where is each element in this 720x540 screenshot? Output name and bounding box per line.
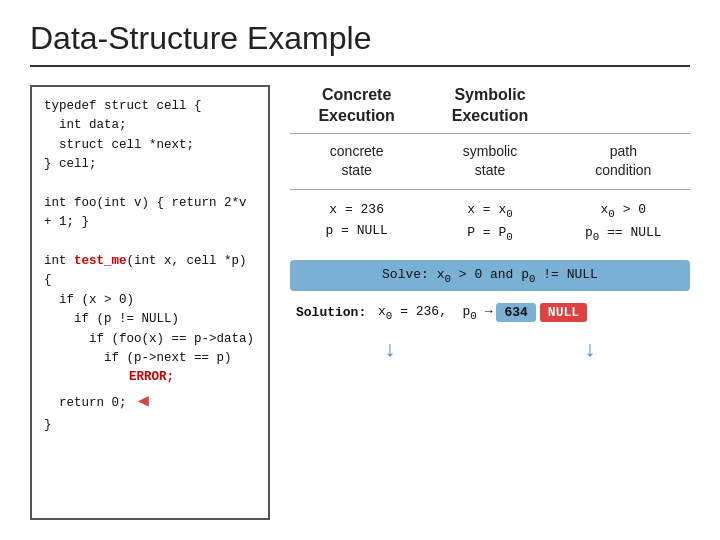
solution-x-expr: x0 = 236, p0 → (370, 304, 492, 322)
code-line-6: int foo(int v) { return 2*v + 1; } (44, 194, 256, 233)
code-line-11: if (foo(x) == p->data) (44, 330, 256, 349)
solution-634-box: 634 (496, 303, 535, 322)
code-line-12: if (p->next == p) (44, 349, 256, 368)
path-condition-label: pathcondition (557, 140, 690, 183)
symbolic-execution-header: Symbolic Execution (423, 85, 556, 127)
concrete-values: x = 236p = NULL (290, 198, 423, 244)
code-line-3: struct cell *next; (44, 136, 256, 155)
path-condition-header (557, 85, 690, 127)
page-title: Data-Structure Example (30, 20, 690, 57)
return-arrow: ◀ (138, 388, 149, 416)
arrows-row: ↓ ↓ (290, 330, 690, 362)
solution-row: Solution: x0 = 236, p0 → 634 NULL (290, 299, 690, 326)
arrow-down-left: ↓ (385, 336, 396, 362)
code-line-8: int test_me(int x, cell *p) { (44, 252, 256, 291)
code-error-line: ERROR; (44, 368, 256, 387)
concrete-state-label: concretestate (290, 140, 423, 183)
path-condition-values: x0 > 0p0 == NULL (557, 198, 690, 248)
page: Data-Structure Example typedef struct ce… (0, 0, 720, 540)
highlight-testme: test_me (74, 254, 127, 268)
symbolic-values: x = x0P = P0 (423, 198, 556, 248)
values-row: x = 236p = NULL x = x0P = P0 x0 > 0p0 ==… (290, 198, 690, 248)
code-line-5 (44, 175, 256, 194)
arrow-down-right: ↓ (585, 336, 596, 362)
solution-null-box: NULL (540, 303, 587, 322)
code-line-1: typedef struct cell { (44, 97, 256, 116)
code-line-4: } cell; (44, 155, 256, 174)
solve-box: Solve: x0 > 0 and p0 != NULL (290, 260, 690, 292)
code-box: typedef struct cell { int data; struct c… (30, 85, 270, 520)
code-line-10: if (p != NULL) (44, 310, 256, 329)
code-line-2: int data; (44, 116, 256, 135)
code-line-14: return 0; ◀ (44, 388, 256, 416)
right-panel: Concrete Execution Symbolic Execution co… (290, 85, 690, 520)
symbolic-state-label: symbolicstate (423, 140, 556, 183)
code-line-9: if (x > 0) (44, 291, 256, 310)
main-content: typedef struct cell { int data; struct c… (30, 85, 690, 520)
column-headers: Concrete Execution Symbolic Execution (290, 85, 690, 127)
error-label: ERROR; (129, 370, 174, 384)
title-divider (30, 65, 690, 67)
code-line-7 (44, 233, 256, 252)
code-line-15: } (44, 416, 256, 435)
concrete-execution-header: Concrete Execution (290, 85, 423, 127)
state-labels-row: concretestate symbolicstate pathconditio… (290, 133, 690, 190)
solution-label: Solution: (296, 305, 366, 320)
